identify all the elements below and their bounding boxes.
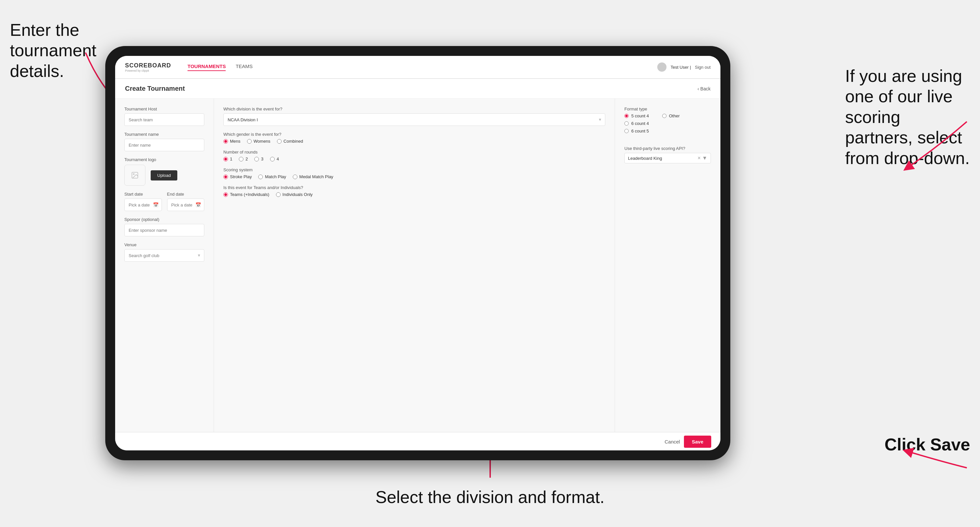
nav-logo-title: SCOREBOARD: [125, 62, 171, 69]
format-6count4-radio[interactable]: [624, 121, 628, 125]
rounds-group: Number of rounds 1 2: [223, 149, 605, 162]
division-select[interactable]: NCAA Division I: [223, 113, 605, 126]
round-2-radio[interactable]: [239, 157, 243, 162]
gender-womens-label: Womens: [254, 139, 270, 144]
gender-combined[interactable]: Combined: [277, 139, 303, 144]
round-2-label: 2: [245, 157, 248, 162]
format-right-col: Other: [662, 113, 680, 136]
round-3[interactable]: 3: [254, 157, 263, 162]
scoring-radio-group: Stroke Play Match Play Medal Match Play: [223, 174, 605, 179]
date-row: Start date 📅 End date 📅: [124, 192, 204, 211]
round-1[interactable]: 1: [223, 157, 232, 162]
tournament-logo-group: Tournament logo Upload: [124, 157, 204, 186]
individuals-only-radio[interactable]: [276, 192, 281, 197]
scoring-medal-radio[interactable]: [293, 175, 298, 179]
format-other-label: Other: [669, 113, 680, 118]
nav-logo: SCOREBOARD Powered by clippit: [125, 62, 171, 72]
format-6count5[interactable]: 6 count 5: [624, 129, 649, 133]
main-content: Create Tournament ‹ Back Tournament Host…: [115, 79, 721, 451]
gender-womens-radio[interactable]: [247, 139, 252, 144]
end-date-group: End date 📅: [167, 192, 205, 211]
format-type-label: Format type: [624, 106, 711, 111]
start-date-wrap: 📅: [124, 198, 162, 211]
gender-label: Which gender is the event for?: [223, 132, 605, 137]
bottom-bar: Cancel Save: [115, 432, 721, 451]
rounds-label: Number of rounds: [223, 149, 605, 154]
scoring-match[interactable]: Match Play: [258, 174, 286, 179]
gender-radio-group: Mens Womens Combined: [223, 139, 605, 144]
round-4-radio[interactable]: [270, 157, 275, 162]
nav-user-text: Test User |: [670, 65, 691, 70]
cancel-button[interactable]: Cancel: [665, 439, 680, 444]
tablet-frame: SCOREBOARD Powered by clippit TOURNAMENT…: [105, 46, 730, 460]
round-1-radio[interactable]: [223, 157, 228, 162]
api-label: Use third-party live scoring API?: [624, 146, 711, 151]
format-other[interactable]: Other: [662, 113, 680, 118]
teams-radio-group: Teams (+Individuals) Individuals Only: [223, 192, 605, 197]
scoring-medal-label: Medal Match Play: [299, 174, 333, 179]
tournament-host-group: Tournament Host: [124, 106, 204, 126]
venue-input[interactable]: [124, 249, 204, 262]
form-container: Tournament Host Tournament name Tourname…: [115, 98, 721, 451]
round-3-radio[interactable]: [254, 157, 259, 162]
round-3-label: 3: [261, 157, 263, 162]
gender-mens-label: Mens: [230, 139, 240, 144]
api-tag-remove[interactable]: × ▼: [697, 155, 707, 161]
scoring-match-radio[interactable]: [258, 175, 263, 179]
scoring-group: Scoring system Stroke Play Match Play: [223, 167, 605, 179]
gender-mens-radio[interactable]: [223, 139, 228, 144]
format-options-container: 5 count 4 6 count 4 6 count 5: [624, 113, 711, 136]
start-date-group: Start date 📅: [124, 192, 162, 211]
venue-group: Venue ▼: [124, 242, 204, 262]
round-2[interactable]: 2: [239, 157, 248, 162]
scoring-match-label: Match Play: [265, 174, 286, 179]
format-5count4[interactable]: 5 count 4: [624, 113, 649, 118]
scoring-stroke-radio[interactable]: [223, 175, 228, 179]
individuals-only-label: Individuals Only: [283, 192, 313, 197]
logo-placeholder: [124, 165, 145, 186]
scoring-medal[interactable]: Medal Match Play: [293, 174, 333, 179]
nav-tournaments[interactable]: TOURNAMENTS: [188, 63, 226, 71]
format-left-col: 5 count 4 6 count 4 6 count 5: [624, 113, 649, 136]
save-button[interactable]: Save: [684, 436, 711, 448]
format-5count4-label: 5 count 4: [631, 113, 649, 118]
form-col-2: Which division is the event for? NCAA Di…: [214, 98, 615, 451]
tournament-name-group: Tournament name: [124, 132, 204, 151]
scoring-label: Scoring system: [223, 167, 605, 172]
gender-womens[interactable]: Womens: [247, 139, 270, 144]
upload-button[interactable]: Upload: [151, 170, 177, 181]
nav-teams[interactable]: TEAMS: [235, 63, 253, 71]
annotation-enter-details: Enter the tournament details.: [10, 20, 102, 81]
api-tag: Leaderboard King × ▼: [624, 153, 711, 163]
round-4-label: 4: [277, 157, 279, 162]
sponsor-input[interactable]: [124, 224, 204, 237]
tournament-host-input[interactable]: [124, 113, 204, 126]
annotation-live-scoring: If you are using one of our live scoring…: [845, 66, 970, 168]
teams-label: Is this event for Teams and/or Individua…: [223, 185, 605, 190]
format-6count4-label: 6 count 4: [631, 121, 649, 126]
back-link[interactable]: ‹ Back: [697, 86, 711, 91]
format-6count4[interactable]: 6 count 4: [624, 121, 649, 126]
nav-signout[interactable]: Sign out: [695, 65, 711, 70]
division-group: Which division is the event for? NCAA Di…: [223, 106, 605, 126]
gender-combined-radio[interactable]: [277, 139, 282, 144]
scoring-stroke[interactable]: Stroke Play: [223, 174, 252, 179]
nav-avatar: [657, 62, 667, 71]
format-5count4-radio[interactable]: [624, 114, 628, 118]
teams-plus-individuals[interactable]: Teams (+Individuals): [223, 192, 269, 197]
round-4[interactable]: 4: [270, 157, 279, 162]
tournament-name-input[interactable]: [124, 139, 204, 151]
nav-right: Test User | Sign out: [657, 62, 711, 71]
format-type-group: Format type 5 count 4 6 count 4: [624, 106, 711, 136]
tablet-screen: SCOREBOARD Powered by clippit TOURNAMENT…: [115, 56, 721, 451]
gender-mens[interactable]: Mens: [223, 139, 240, 144]
end-date-wrap: 📅: [167, 198, 205, 211]
api-group: Use third-party live scoring API? Leader…: [624, 146, 711, 163]
format-6count5-label: 6 count 5: [631, 129, 649, 133]
individuals-only[interactable]: Individuals Only: [276, 192, 313, 197]
teams-plus-radio[interactable]: [223, 192, 228, 197]
format-6count5-radio[interactable]: [624, 129, 628, 133]
start-date-label: Start date: [124, 192, 162, 197]
form-col-1: Tournament Host Tournament name Tourname…: [115, 98, 214, 451]
format-other-radio[interactable]: [662, 114, 667, 118]
